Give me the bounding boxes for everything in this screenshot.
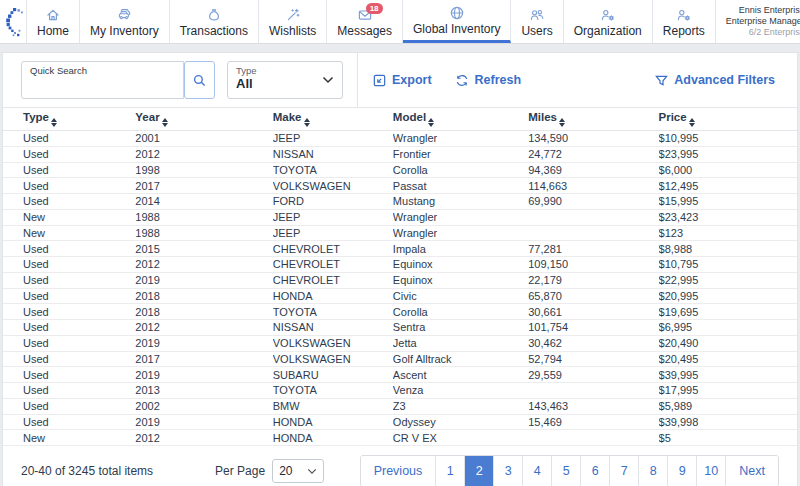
table-row[interactable]: Used2012NISSANSentra101,754$6,995 — [3, 320, 797, 336]
table-cell: 2001 — [135, 131, 272, 147]
table-row[interactable]: Used2019SUBARUAscent29,559$39,995 — [3, 367, 797, 383]
filter-divider — [357, 53, 358, 107]
table-row[interactable]: Used2018HONDACivic65,870$20,995 — [3, 288, 797, 304]
column-header-type[interactable]: Type — [3, 108, 135, 131]
table-cell: 114,663 — [528, 178, 658, 194]
table-row[interactable]: Used2018TOYOTACorolla30,661$19,695 — [3, 304, 797, 320]
column-header-price[interactable]: Price — [659, 108, 797, 131]
search-button[interactable] — [184, 61, 215, 99]
per-page-select[interactable]: 20 — [272, 459, 324, 483]
column-header-make[interactable]: Make — [273, 108, 393, 131]
table-cell: $6,000 — [659, 162, 797, 178]
tab-label: Wishlists — [269, 24, 316, 38]
table-cell: $23,423 — [659, 209, 797, 225]
table-row[interactable]: Used2014FORDMustang69,990$15,995 — [3, 194, 797, 210]
next-page-button[interactable]: Next — [726, 456, 778, 486]
tab-my-inventory[interactable]: My Inventory — [80, 0, 170, 43]
column-header-model[interactable]: Model — [393, 108, 528, 131]
column-label: Miles — [528, 111, 557, 123]
table-cell: 2014 — [135, 194, 272, 210]
page-button-5[interactable]: 5 — [552, 456, 581, 486]
table-cell — [528, 430, 658, 446]
table-row[interactable]: Used1998TOYOTACorolla94,369$6,000 — [3, 162, 797, 178]
page-button-7[interactable]: 7 — [610, 456, 639, 486]
table-cell: 94,369 — [528, 162, 658, 178]
table-cell: Corolla — [393, 304, 528, 320]
report-gear-icon — [676, 7, 692, 23]
export-button[interactable]: Export — [372, 73, 432, 88]
tab-transactions[interactable]: Transactions — [170, 0, 259, 43]
tab-label: Transactions — [180, 24, 248, 38]
page-button-10[interactable]: 10 — [697, 456, 726, 486]
table-cell: Wrangler — [393, 225, 528, 241]
tab-label: Users — [521, 24, 552, 38]
tab-wishlists[interactable]: Wishlists — [259, 0, 327, 43]
table-row[interactable]: Used2001JEEPWrangler134,590$10,995 — [3, 131, 797, 147]
table-row[interactable]: Used2017VOLKSWAGENGolf Alltrack52,794$20… — [3, 351, 797, 367]
tab-label: Messages — [337, 24, 392, 38]
page-button-8[interactable]: 8 — [639, 456, 668, 486]
tab-label: Organization — [574, 24, 642, 38]
account-plan: 6/2 Enterprise — [726, 27, 800, 38]
quick-search-input[interactable] — [30, 79, 175, 93]
table-cell: Golf Alltrack — [393, 351, 528, 367]
table-cell: New — [3, 209, 135, 225]
tab-label: Reports — [663, 24, 705, 38]
tab-home[interactable]: Home — [27, 0, 80, 43]
previous-page-button[interactable]: Previous — [361, 456, 437, 486]
table-row[interactable]: Used2017VOLKSWAGENPassat114,663$12,495 — [3, 178, 797, 194]
page-button-9[interactable]: 9 — [668, 456, 697, 486]
table-cell: $123 — [659, 225, 797, 241]
table-cell: 1988 — [135, 209, 272, 225]
page-button-1[interactable]: 1 — [436, 456, 465, 486]
table-row[interactable]: New1988JEEPWrangler$123 — [3, 225, 797, 241]
tab-organization[interactable]: Organization — [564, 0, 653, 43]
advanced-filters-button[interactable]: Advanced Filters — [654, 73, 775, 88]
table-cell: Wrangler — [393, 209, 528, 225]
column-header-miles[interactable]: Miles — [528, 108, 658, 131]
table-row[interactable]: Used2012CHEVROLETEquinox109,150$10,795 — [3, 257, 797, 273]
table-cell: Used — [3, 131, 135, 147]
table-row[interactable]: Used2019CHEVROLETEquinox22,179$22,995 — [3, 272, 797, 288]
column-header-year[interactable]: Year — [135, 108, 272, 131]
table-cell: $12,495 — [659, 178, 797, 194]
table-cell: Impala — [393, 241, 528, 257]
table-header-row: TypeYearMakeModelMilesPrice — [3, 108, 797, 131]
quick-search-field[interactable]: Quick Search — [21, 61, 184, 99]
sort-icon — [428, 118, 434, 127]
per-page-control: Per Page 20 — [215, 459, 324, 483]
sort-icon — [689, 118, 695, 127]
table-row[interactable]: Used2019HONDAOdyssey15,469$39,998 — [3, 414, 797, 430]
inventory-table: TypeYearMakeModelMilesPrice Used2001JEEP… — [3, 107, 797, 446]
table-cell: TOYOTA — [273, 162, 393, 178]
type-select[interactable]: Type All — [227, 61, 343, 99]
table-row[interactable]: New2012HONDACR V EX$5 — [3, 430, 797, 446]
table-row[interactable]: Used2013TOYOTAVenza$17,995 — [3, 383, 797, 399]
column-label: Model — [393, 111, 426, 123]
table-row[interactable]: Used2012NISSANFrontier24,772$23,995 — [3, 146, 797, 162]
page-button-6[interactable]: 6 — [581, 456, 610, 486]
tab-global-inventory[interactable]: Global Inventory — [403, 0, 511, 43]
table-cell: 15,469 — [528, 414, 658, 430]
account-role: Enterprise Manager — [726, 16, 800, 27]
tab-messages[interactable]: 18Messages — [327, 0, 403, 43]
page-button-4[interactable]: 4 — [523, 456, 552, 486]
column-label: Make — [273, 111, 302, 123]
page-button-3[interactable]: 3 — [494, 456, 523, 486]
table-cell: 101,754 — [528, 320, 658, 336]
account-name: Ennis Enterprise — [726, 5, 800, 16]
table-row[interactable]: Used2019VOLKSWAGENJetta30,462$20,490 — [3, 335, 797, 351]
app-logo[interactable] — [0, 0, 27, 43]
table-cell: 22,179 — [528, 272, 658, 288]
table-row[interactable]: New1988JEEPWrangler$23,423 — [3, 209, 797, 225]
refresh-button[interactable]: Refresh — [454, 73, 522, 88]
sort-icon — [51, 118, 57, 127]
tab-reports[interactable]: Reports — [653, 0, 716, 43]
tab-users[interactable]: Users — [511, 0, 563, 43]
table-row[interactable]: Used2015CHEVROLETImpala77,281$8,988 — [3, 241, 797, 257]
table-cell: $19,695 — [659, 304, 797, 320]
type-select-value: All — [236, 76, 334, 91]
table-cell: TOYOTA — [273, 304, 393, 320]
table-row[interactable]: Used2002BMWZ3143,463$5,989 — [3, 398, 797, 414]
page-button-2[interactable]: 2 — [465, 456, 494, 486]
